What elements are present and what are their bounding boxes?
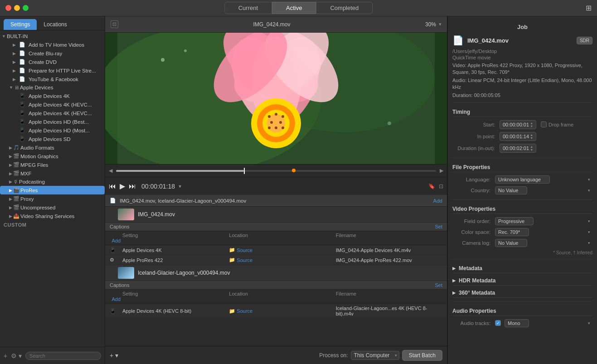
duration-arrows[interactable]: ▲▼ xyxy=(530,145,533,151)
language-select[interactable]: Unknown language xyxy=(495,175,550,184)
timecode-dropdown-icon[interactable]: ▾ xyxy=(179,183,181,189)
timeline-playhead[interactable] xyxy=(244,168,245,174)
field-order-select[interactable]: Progressive xyxy=(495,217,534,225)
inpoint-value[interactable]: 00:00:01:14 ▲▼ xyxy=(500,132,536,141)
sidebar-item-apple-4k-hevc1[interactable]: 📱 Apple Devices 4K (HEVC... xyxy=(0,100,105,109)
maximize-button[interactable] xyxy=(23,5,29,11)
audio-props-header[interactable]: Audio Properties xyxy=(452,306,592,316)
sidebar-label: Podcasting xyxy=(19,179,45,184)
country-select-wrapper: No Value xyxy=(495,186,592,194)
job-filename-1: IMG_0424.mov xyxy=(138,211,175,218)
skip-back-button[interactable]: ⏮ xyxy=(109,182,116,190)
timeline-start-icon: ◀ xyxy=(109,168,112,174)
bookmark-icon[interactable]: 🔖 xyxy=(428,183,435,189)
tab-completed[interactable]: Completed xyxy=(316,2,373,14)
apple-devices-header[interactable]: ▼ 🖥 Apple Devices xyxy=(0,83,105,92)
timing-duration-row: Duration (in-out): 00:00:02:01 ▲▼ xyxy=(452,142,592,154)
sidebar-label: Apple Devices 4K xyxy=(29,93,70,99)
sidebar-item-tv-home[interactable]: ▶ 📄 Add to TV Home Videos xyxy=(0,40,105,49)
video-props-header[interactable]: Video Properties xyxy=(452,204,592,214)
sidebar-item-apple-hd-most[interactable]: 📱 Apple Devices HD (Most... xyxy=(0,126,105,135)
job-thumbnail-2 xyxy=(118,267,134,279)
bluray-icon: 📄 xyxy=(19,50,25,56)
file-props-header[interactable]: File Properties xyxy=(452,162,592,172)
prores-header[interactable]: ▶ 🎬 ProRes xyxy=(0,186,105,194)
timing-section-header[interactable]: Timing xyxy=(452,107,592,117)
file-icon: 📄 xyxy=(452,35,464,46)
start-arrows[interactable]: ▲▼ xyxy=(530,121,533,128)
mxf-header[interactable]: ▶ 🎬 MXF xyxy=(0,169,105,178)
captions-set-link-2[interactable]: Set xyxy=(435,282,442,288)
chevron-right-icon: ▶ xyxy=(9,171,12,176)
zoom-down-icon: ▾ xyxy=(439,21,442,27)
add-job-button[interactable]: + ▾ xyxy=(110,352,118,359)
sidebar-item-dvd[interactable]: ▶ 📄 Create DVD xyxy=(0,58,105,66)
outputs-add-link-1[interactable]: Add xyxy=(110,238,122,243)
skip-forward-button[interactable]: ⏭ xyxy=(129,182,136,190)
sidebar-label: Video Sharing Services xyxy=(20,214,74,219)
mpeg-header[interactable]: ▶ 🎬 MPEG Files xyxy=(0,160,105,169)
process-select[interactable]: This Computer xyxy=(351,351,399,360)
start-value[interactable]: 00:00:00:01 ▲▼ xyxy=(500,120,536,129)
audio-tracks-checkbox[interactable]: ✓ xyxy=(495,320,501,326)
timeline-track[interactable] xyxy=(116,170,436,172)
captions-set-link-1[interactable]: Set xyxy=(435,224,442,229)
output-row-1b[interactable]: ⚙ Apple ProRes 422 📁 Source IMG_0424-App… xyxy=(105,255,447,265)
tab-active[interactable]: Active xyxy=(272,2,316,14)
captions-bar-2: Captions Set xyxy=(105,281,447,290)
sidebar-item-apple-4k[interactable]: 📱 Apple Devices 4K xyxy=(0,92,105,100)
inpoint-arrows[interactable]: ▲▼ xyxy=(530,133,533,140)
hdr-chevron: ▶ xyxy=(452,278,456,283)
camera-log-row: Camera log: No Value xyxy=(452,238,592,248)
job-item-2[interactable]: Iceland-Glacier-Lagoon_v000494.mov xyxy=(105,265,447,281)
play-pause-button[interactable]: ▶ xyxy=(120,182,125,190)
proxy-header[interactable]: ▶ 🎬 Proxy xyxy=(0,194,105,203)
sidebar-item-http[interactable]: ▶ 📄 Prepare for HTTP Live Stre... xyxy=(0,66,105,75)
drop-frame-checkbox[interactable]: Drop frame xyxy=(541,121,573,127)
chevron-right-icon: ▶ xyxy=(9,180,12,184)
360-metadata-header[interactable]: ▶ 360° Metadata xyxy=(452,287,592,298)
view-options-icon[interactable]: ⊡ xyxy=(439,183,443,189)
col-filename-2: Filename xyxy=(336,291,442,296)
video-sharing-header[interactable]: ▶ 📤 Video Sharing Services xyxy=(0,212,105,220)
sidebar-item-apple-hd-best[interactable]: 📱 Apple Devices HD (Best... xyxy=(0,117,105,126)
toolbar-icon[interactable]: ⊞ xyxy=(586,4,592,12)
duration-value[interactable]: 00:00:02:01 ▲▼ xyxy=(500,144,536,153)
podcasting-header[interactable]: ▶ 🎙 Podcasting xyxy=(0,178,105,186)
color-space-select[interactable]: Rec. 709* xyxy=(495,228,529,236)
sidebar-label: Apple Devices HD (Most... xyxy=(29,128,90,133)
start-batch-button[interactable]: Start Batch xyxy=(402,350,442,361)
sidebar-item-bluray[interactable]: ▶ 📄 Create Blu-ray xyxy=(0,49,105,58)
country-select[interactable]: No Value xyxy=(495,186,527,194)
sidebar-search-input[interactable] xyxy=(25,352,101,360)
output-row-2a[interactable]: 📱 Apple Devices 4K (HEVC 8-bit) 📁 Source… xyxy=(105,304,447,319)
hdr-metadata-header[interactable]: ▶ HDR Metadata xyxy=(452,275,592,286)
audio-formats-header[interactable]: ▶ 🎵 Audio Formats xyxy=(0,143,105,152)
sidebar-item-youtube[interactable]: ▶ 📄 YouTube & Facebook xyxy=(0,75,105,83)
metadata-header[interactable]: ▶ Metadata xyxy=(452,263,592,273)
job-panel-title: Job xyxy=(452,21,592,32)
sidebar-tab-locations[interactable]: Locations xyxy=(37,19,73,30)
motion-graphics-header[interactable]: ▶ 🎬 Motion Graphics xyxy=(0,152,105,160)
job-item-1[interactable]: IMG_0424.mov xyxy=(105,207,447,223)
tab-current[interactable]: Current xyxy=(224,2,272,14)
group-add-link[interactable]: Add xyxy=(433,198,442,204)
camera-log-select[interactable]: No Value xyxy=(495,239,527,247)
audio-tracks-label: Audio tracks: xyxy=(452,320,493,326)
drop-frame-check[interactable] xyxy=(541,121,547,127)
outputs-add-link-2[interactable]: Add xyxy=(110,296,122,302)
builtin-section-header[interactable]: ▼ BUILT-IN xyxy=(0,32,105,40)
sidebar-item-apple-4k-hevc2[interactable]: 📱 Apple Devices 4K (HEVC... xyxy=(0,109,105,117)
add-setting-button[interactable]: + xyxy=(4,352,7,359)
sidebar-item-apple-sd[interactable]: 📱 Apple Devices SD xyxy=(0,135,105,143)
sidebar-tab-settings[interactable]: Settings xyxy=(4,19,37,30)
podcast-icon: 🎙 xyxy=(13,179,18,184)
chevron-right-icon: ▶ xyxy=(9,163,12,167)
minimize-button[interactable] xyxy=(14,5,20,11)
uncompressed-header[interactable]: ▶ 🎬 Uncompressed xyxy=(0,203,105,212)
settings-gear-button[interactable]: ⚙ ▾ xyxy=(11,352,22,359)
output-row-1a[interactable]: 📱 Apple Devices 4K 📁 Source IMG_0424-App… xyxy=(105,245,447,255)
file-name: IMG_0424.mov xyxy=(467,37,509,44)
audio-tracks-select[interactable]: Mono xyxy=(505,319,529,327)
close-button[interactable] xyxy=(5,5,11,11)
